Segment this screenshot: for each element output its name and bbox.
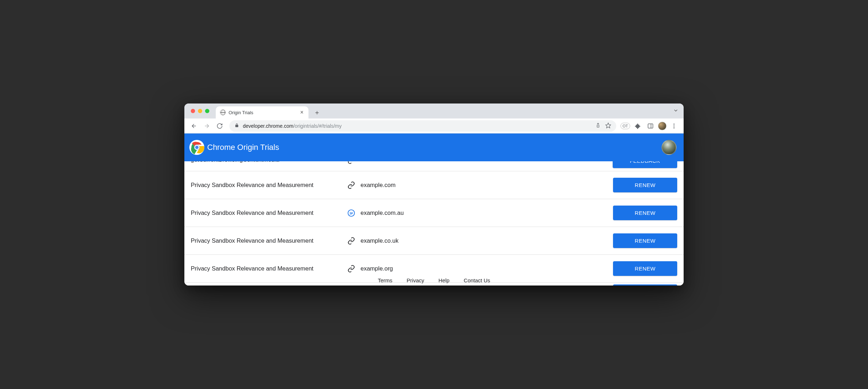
- browser-toolbar: developer.chrome.com/origintrials/#/tria…: [184, 118, 684, 133]
- trial-name: Privacy Sandbox Relevance and Measuremen…: [191, 237, 344, 244]
- chrome-logo-icon: [189, 139, 205, 156]
- page-header: Chrome Origin Trials: [184, 133, 684, 161]
- link-icon: [344, 161, 358, 164]
- svg-text:3P: 3P: [349, 212, 353, 215]
- minimize-window-button[interactable]: [198, 109, 202, 113]
- page-title: Chrome Origin Trials: [207, 143, 279, 152]
- trial-row[interactable]: Privacy Sandbox Relevance and Measuremen…: [184, 199, 684, 227]
- link-icon: [344, 265, 358, 273]
- svg-marker-2: [606, 123, 611, 128]
- forward-button[interactable]: [201, 121, 212, 131]
- renew-button[interactable]: RENEW: [613, 284, 677, 286]
- renew-button[interactable]: RENEW: [613, 233, 677, 248]
- bookmark-star-icon[interactable]: [605, 122, 611, 130]
- svg-rect-3: [648, 124, 653, 128]
- third-party-icon: 3P: [344, 209, 358, 217]
- tab-strip: Origin Trials × ＋: [184, 103, 684, 118]
- close-tab-button[interactable]: ×: [299, 109, 305, 116]
- renew-button[interactable]: RENEW: [613, 178, 677, 192]
- trial-name: Privacy Sandbox Relevance and Measuremen…: [191, 209, 344, 216]
- browser-tab[interactable]: Origin Trials ×: [216, 106, 308, 118]
- footer-link-terms[interactable]: Terms: [378, 277, 392, 283]
- origin: example.co.uk: [358, 237, 613, 244]
- renew-button[interactable]: RENEW: [613, 206, 677, 220]
- window-controls: [189, 103, 212, 118]
- trial-row[interactable]: Privacy Sandbox Relevance and Measuremen…: [184, 255, 684, 283]
- browser-window: Origin Trials × ＋ developer.chrome.com/o…: [184, 103, 684, 286]
- ot-badge[interactable]: OT: [621, 123, 630, 129]
- footer-link-help[interactable]: Help: [438, 277, 449, 283]
- trial-row[interactable]: getCurrentBrowsingContextMedia FEEDBACK: [184, 161, 684, 171]
- url-text: developer.chrome.com/origintrials/#/tria…: [243, 123, 342, 129]
- trial-row[interactable]: Privacy Sandbox Relevance and Measuremen…: [184, 283, 684, 286]
- trial-row[interactable]: Privacy Sandbox Relevance and Measuremen…: [184, 171, 684, 199]
- chrome-menu-button[interactable]: [669, 121, 679, 131]
- share-icon[interactable]: [595, 122, 601, 129]
- side-panel-button[interactable]: [645, 121, 656, 131]
- feedback-button[interactable]: FEEDBACK: [613, 161, 677, 168]
- back-button[interactable]: [189, 121, 199, 131]
- trial-name: Privacy Sandbox Relevance and Measuremen…: [191, 265, 344, 272]
- close-window-button[interactable]: [191, 109, 195, 113]
- origin: example.com.au: [358, 209, 613, 216]
- lock-icon: [234, 123, 239, 129]
- user-avatar[interactable]: [662, 140, 676, 155]
- profile-avatar-button[interactable]: [658, 122, 667, 130]
- reload-button[interactable]: [214, 121, 225, 131]
- footer-link-contact[interactable]: Contact Us: [464, 277, 490, 283]
- address-bar[interactable]: developer.chrome.com/origintrials/#/tria…: [229, 120, 616, 132]
- svg-point-7: [674, 127, 675, 128]
- globe-icon: [220, 110, 226, 115]
- link-icon: [344, 237, 358, 245]
- tabs-dropdown-button[interactable]: [673, 108, 679, 115]
- origin: example.com: [358, 182, 613, 188]
- url-host: developer.chrome.com: [243, 123, 293, 129]
- maximize-window-button[interactable]: [205, 109, 209, 113]
- svg-point-10: [195, 145, 199, 150]
- trial-name: getCurrentBrowsingContextMedia: [191, 161, 344, 163]
- new-tab-button[interactable]: ＋: [312, 107, 322, 117]
- svg-point-6: [674, 125, 675, 126]
- trial-row[interactable]: Privacy Sandbox Relevance and Measuremen…: [184, 227, 684, 255]
- extensions-button[interactable]: [632, 121, 643, 131]
- footer-link-privacy[interactable]: Privacy: [407, 277, 424, 283]
- tab-title: Origin Trials: [229, 110, 253, 115]
- origin: example.org: [358, 265, 613, 272]
- trials-list: getCurrentBrowsingContextMedia FEEDBACK …: [184, 161, 684, 286]
- svg-point-5: [674, 123, 675, 125]
- link-icon: [344, 181, 358, 189]
- url-path: /origintrials/#/trials/my: [293, 123, 342, 129]
- renew-button[interactable]: RENEW: [613, 261, 677, 276]
- trial-name: Privacy Sandbox Relevance and Measuremen…: [191, 182, 344, 188]
